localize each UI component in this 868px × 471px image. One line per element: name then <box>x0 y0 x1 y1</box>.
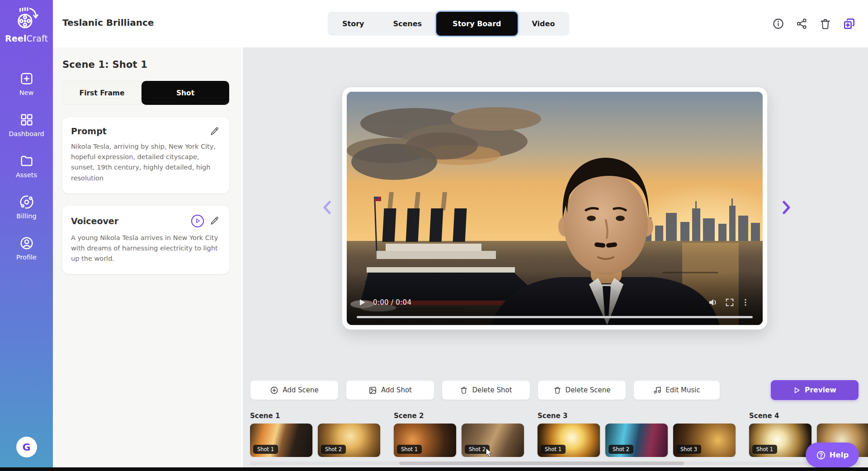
shot-label-chip: Shot 2 <box>465 445 490 454</box>
share-icon[interactable] <box>796 18 808 30</box>
shot-thumbnail[interactable]: Shot 1 <box>250 424 312 457</box>
scene-group: Scene 3 Shot 1Shot 2Shot 3 <box>538 412 736 457</box>
shot-label-chip: Shot 1 <box>397 445 422 454</box>
tab-video[interactable]: Video <box>518 12 570 36</box>
sidebar-item-profile[interactable]: Profile <box>0 236 53 261</box>
fullscreen-icon[interactable] <box>725 297 735 307</box>
add-shot-button[interactable]: Add Shot <box>346 380 434 400</box>
trash-icon <box>553 386 561 394</box>
voiceover-card: Voiceover A young Nikola Tesla arrives i… <box>62 206 229 274</box>
prompt-card: Prompt Nikola Tesla, arriving by ship, N… <box>62 117 229 193</box>
sidebar-item-assets[interactable]: Assets <box>0 154 53 179</box>
shot-video-player[interactable]: 0:00 / 0:04 <box>347 92 763 325</box>
user-circle-icon <box>19 236 34 250</box>
sidebar-item-new[interactable]: New <box>0 71 53 96</box>
shot-label-chip: Shot 3 <box>676 445 701 454</box>
scene-shots: Shot 1Shot 2Shot 3 <box>538 424 736 457</box>
tab-first-frame[interactable]: First Frame <box>62 81 142 105</box>
next-shot-chevron-icon[interactable] <box>775 197 797 218</box>
shot-thumbnail[interactable]: Shot 2 <box>462 424 524 457</box>
top-bar: Teslanic Brilliance Story Scenes Story B… <box>53 0 868 47</box>
video-play-icon[interactable] <box>358 298 367 307</box>
delete-scene-button[interactable]: Delete Scene <box>538 380 626 400</box>
scene-name: Scene 1 <box>250 412 380 420</box>
scene-strip: Scene 1 Shot 1Shot 2 Scene 2 Shot 1Shot … <box>250 412 868 457</box>
frame-shot-toggle: First Frame Shot <box>62 81 229 105</box>
help-question-icon <box>816 450 826 460</box>
storyboard-stage: 0:00 / 0:04 Add Scen <box>243 47 868 467</box>
plus-square-icon <box>19 71 34 86</box>
scene-name: Scene 2 <box>394 412 524 420</box>
music-icon <box>653 386 661 394</box>
tab-shot[interactable]: Shot <box>142 81 229 105</box>
shot-heading: Scene 1: Shot 1 <box>62 59 229 70</box>
trash-icon[interactable] <box>819 18 831 30</box>
duplicate-add-icon[interactable] <box>843 17 856 30</box>
sidebar-item-dashboard[interactable]: Dashboard <box>0 113 53 137</box>
scene-shots: Shot 1Shot 2 <box>394 424 524 457</box>
play-outline-icon <box>793 386 801 394</box>
sidebar-nav: New Dashboard Assets <box>0 71 53 261</box>
previous-shot-chevron-icon[interactable] <box>316 197 338 218</box>
trash-icon <box>460 386 468 394</box>
scene-shots: Shot 1Shot 2 <box>250 424 380 457</box>
scrollbar-thumb[interactable] <box>399 462 684 465</box>
grid-icon <box>19 113 34 127</box>
scene-group: Scene 1 Shot 1Shot 2 <box>250 412 380 457</box>
shot-label-chip: Shot 1 <box>752 445 777 454</box>
play-voiceover-icon[interactable] <box>191 215 204 227</box>
sidebar-item-billing[interactable]: Billing <box>0 195 53 220</box>
scene-strip-scrollbar[interactable] <box>250 462 861 465</box>
plus-circle-icon <box>270 386 278 395</box>
sidebar: ReelCraft New Dashboard <box>0 0 53 467</box>
brand-name: ReelCraft <box>5 33 48 43</box>
video-menu-dots-icon[interactable] <box>741 298 750 307</box>
edit-voiceover-pencil-icon[interactable] <box>210 216 219 226</box>
shot-thumbnail[interactable]: Shot 1 <box>538 424 600 457</box>
delete-shot-button[interactable]: Delete Shot <box>442 380 530 400</box>
video-time: 0:00 / 0:04 <box>373 298 411 306</box>
voiceover-text: A young Nikola Tesla arrives in New York… <box>71 233 219 264</box>
scene-name: Scene 3 <box>538 412 736 420</box>
preview-button[interactable]: Preview <box>771 380 859 400</box>
shot-label-chip: Shot 1 <box>541 445 566 454</box>
shot-video-card: 0:00 / 0:04 <box>342 87 767 330</box>
storyboard-actions: Add Scene Add Shot Delete Shot Delete Sc… <box>250 380 720 400</box>
tab-story-board[interactable]: Story Board <box>436 12 517 36</box>
user-avatar[interactable]: G <box>16 437 37 457</box>
app-logo[interactable]: ReelCraft <box>5 5 48 43</box>
top-actions <box>772 0 856 47</box>
shot-thumbnail[interactable]: Shot 2 <box>318 424 380 457</box>
tab-story[interactable]: Story <box>328 12 378 36</box>
shot-thumbnail[interactable]: Shot 3 <box>673 424 736 457</box>
add-scene-button[interactable]: Add Scene <box>250 380 339 400</box>
shot-label-chip: Shot 2 <box>321 445 346 454</box>
tab-scenes[interactable]: Scenes <box>378 12 436 36</box>
folder-icon <box>19 154 34 168</box>
edit-prompt-pencil-icon[interactable] <box>210 127 219 136</box>
project-title: Teslanic Brilliance <box>62 17 154 28</box>
shot-thumbnail[interactable]: Shot 1 <box>749 424 811 457</box>
shot-thumbnail[interactable]: Shot 1 <box>394 424 456 457</box>
shot-thumbnail[interactable]: Shot 2 <box>605 424 668 457</box>
shot-label-chip: Shot 1 <box>253 445 278 454</box>
video-progress-bar[interactable] <box>357 316 753 318</box>
voiceover-title: Voiceover <box>71 216 191 226</box>
main-tabs: Story Scenes Story Board Video <box>328 12 569 36</box>
reelcraft-logo-icon <box>14 5 40 32</box>
prompt-text: Nikola Tesla, arriving by ship, New York… <box>71 141 219 184</box>
info-icon[interactable] <box>772 18 784 30</box>
image-icon <box>368 386 377 395</box>
shot-label-chip: Shot 2 <box>609 445 633 454</box>
orbit-icon <box>19 195 34 209</box>
edit-music-button[interactable]: Edit Music <box>633 380 720 400</box>
shot-detail-panel: Scene 1: Shot 1 First Frame Shot Prompt … <box>53 47 243 467</box>
bottom-edge-bar <box>0 467 868 471</box>
scene-group: Scene 2 Shot 1Shot 2 <box>394 412 524 457</box>
scene-name: Scene 4 <box>749 412 868 420</box>
volume-icon[interactable] <box>708 297 718 308</box>
prompt-title: Prompt <box>71 126 210 136</box>
help-button[interactable]: Help <box>806 443 859 467</box>
